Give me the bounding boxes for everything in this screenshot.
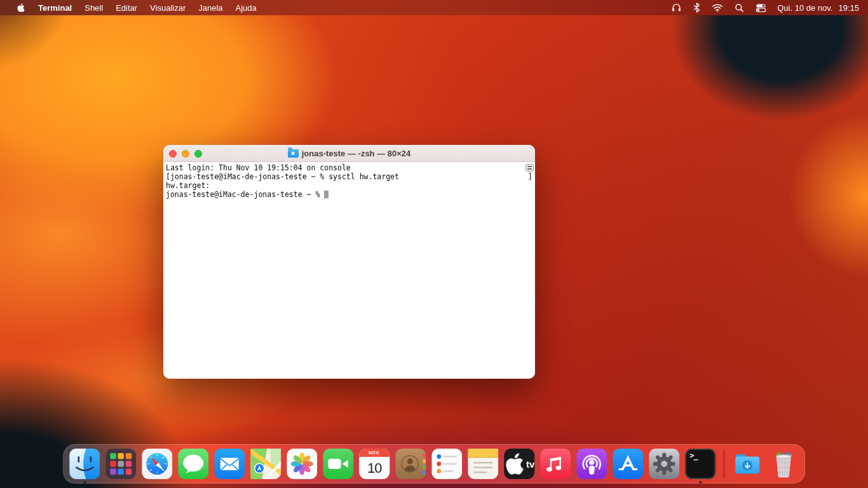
home-folder-icon <box>288 149 299 158</box>
terminal-content[interactable]: Last login: Thu Nov 10 19:15:04 on conso… <box>163 162 535 379</box>
terminal-titlebar[interactable]: jonas-teste — -zsh — 80×24 <box>163 145 535 162</box>
dock-item-trash[interactable] <box>768 449 799 479</box>
finder-icon <box>69 449 100 479</box>
menu-shell[interactable]: Shell <box>78 3 109 13</box>
apple-menu[interactable] <box>10 3 32 13</box>
calendar-day: 10 <box>367 457 381 479</box>
close-button[interactable] <box>169 150 177 158</box>
maps-icon <box>250 449 281 479</box>
contacts-icon <box>395 449 426 479</box>
menu-editar[interactable]: Editar <box>109 3 144 13</box>
dock-item-finder[interactable] <box>69 449 100 479</box>
terminal-prompt-line: jonas-teste@iMac-de-jonas-teste ~ % <box>166 190 525 199</box>
apple-logo-icon <box>17 3 25 13</box>
window-title-text: jonas-teste — -zsh — 80×24 <box>302 149 411 158</box>
dock-item-podcasts[interactable] <box>576 449 607 479</box>
terminal-cursor <box>324 191 329 198</box>
dock-item-notes[interactable] <box>468 449 498 479</box>
clock-time: 19:15 <box>838 3 859 13</box>
terminal-line-text: [jonas-teste@iMac-de-jonas-teste ~ % sys… <box>166 172 399 181</box>
music-icon <box>540 449 571 479</box>
dock-item-calendar[interactable]: NOV. 10 <box>359 449 390 479</box>
dock-item-downloads[interactable] <box>732 449 763 479</box>
dock-item-facetime[interactable] <box>323 449 353 479</box>
mail-icon <box>214 449 245 479</box>
wifi-icon[interactable] <box>706 3 729 12</box>
system-settings-icon <box>649 449 679 479</box>
split-pane-button[interactable] <box>526 164 534 172</box>
clock-date: Qui. 10 de nov. <box>777 3 832 13</box>
terminal-line: Last login: Thu Nov 10 19:15:04 on conso… <box>166 163 525 172</box>
window-title: jonas-teste — -zsh — 80×24 <box>288 149 411 158</box>
control-center-icon[interactable] <box>750 3 772 13</box>
podcasts-icon <box>576 449 607 479</box>
trash-full-icon <box>768 449 799 479</box>
dock-item-contacts[interactable] <box>395 449 426 479</box>
menu-bar: Terminal Shell Editar Visualizar Janela … <box>0 0 868 15</box>
dock-item-launchpad[interactable] <box>105 449 136 479</box>
menu-ajuda[interactable]: Ajuda <box>229 3 263 13</box>
terminal-line: hw.target: <box>166 181 525 190</box>
prompt-mark: ] <box>528 172 532 181</box>
apple-tv-icon: tv <box>504 449 534 479</box>
app-store-icon <box>613 449 643 479</box>
dock-item-messages[interactable] <box>178 449 208 479</box>
dock-item-apple-tv[interactable]: tv <box>504 449 534 479</box>
menu-visualizar[interactable]: Visualizar <box>144 3 192 13</box>
zoom-button[interactable] <box>194 150 202 158</box>
messages-icon <box>178 449 208 479</box>
photos-icon <box>287 449 317 479</box>
dock-item-photos[interactable] <box>287 449 317 479</box>
dock-item-music[interactable] <box>540 449 571 479</box>
menu-janela[interactable]: Janela <box>192 3 229 13</box>
dock-item-safari[interactable] <box>142 449 172 479</box>
facetime-icon <box>323 449 353 479</box>
minimize-button[interactable] <box>182 150 189 158</box>
headphones-icon[interactable] <box>665 3 688 13</box>
menu-bar-clock[interactable]: Qui. 10 de nov. 19:15 <box>772 3 859 13</box>
safari-icon <box>142 449 172 479</box>
terminal-dock-icon: >_ <box>685 449 715 479</box>
calendar-icon: NOV. 10 <box>359 449 390 479</box>
dock-item-app-store[interactable] <box>613 449 643 479</box>
dock-item-mail[interactable] <box>214 449 245 479</box>
dock-separator <box>723 449 724 478</box>
terminal-prompt-text: jonas-teste@iMac-de-jonas-teste ~ % <box>166 190 324 199</box>
launchpad-icon <box>105 449 136 479</box>
apple-tv-label: tv <box>526 459 534 470</box>
calendar-month: NOV. <box>359 449 390 457</box>
bluetooth-icon[interactable] <box>688 3 706 13</box>
dock: NOV. 10 <box>63 444 805 484</box>
dock-item-terminal[interactable]: >_ <box>685 449 715 479</box>
terminal-window[interactable]: jonas-teste — -zsh — 80×24 Last login: T… <box>163 145 535 379</box>
dock-item-system-settings[interactable] <box>649 449 679 479</box>
reminders-icon <box>431 449 462 479</box>
terminal-prompt-glyph: >_ <box>689 451 697 460</box>
dock-item-maps[interactable] <box>250 449 281 479</box>
spotlight-icon[interactable] <box>729 3 750 13</box>
dock-item-reminders[interactable] <box>431 449 462 479</box>
downloads-folder-icon <box>732 449 763 479</box>
desktop: { "menu_bar": { "apple_logo": "apple-log… <box>0 0 868 488</box>
notes-icon <box>468 449 498 479</box>
apple-logo-icon <box>504 449 526 479</box>
terminal-line: [jonas-teste@iMac-de-jonas-teste ~ % sys… <box>166 172 525 181</box>
menu-terminal[interactable]: Terminal <box>32 3 78 13</box>
